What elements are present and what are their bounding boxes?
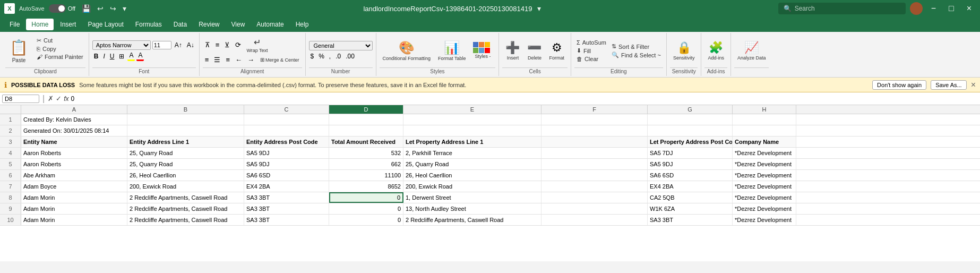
- cell-f6[interactable]: [541, 170, 648, 181]
- col-header-f[interactable]: F: [541, 105, 648, 114]
- cell-a4[interactable]: Aaron Roberts: [21, 148, 127, 158]
- decimal-increase-button[interactable]: .0: [334, 52, 342, 61]
- cell-b6[interactable]: 26, Heol Caerllion: [127, 170, 244, 181]
- cell-d8[interactable]: 0: [329, 192, 403, 203]
- decimal-decrease-button[interactable]: .00: [344, 52, 356, 61]
- cell-h3[interactable]: Company Name: [733, 136, 796, 147]
- search-input[interactable]: [795, 5, 900, 12]
- align-bottom-button[interactable]: ⊻: [222, 37, 232, 54]
- merge-center-button[interactable]: ⊞ Merge & Center: [257, 55, 302, 65]
- currency-button[interactable]: $: [309, 52, 316, 61]
- find-select-button[interactable]: 🔍 Find & Select ~: [609, 51, 663, 59]
- formula-input[interactable]: [71, 95, 978, 103]
- cell-c8[interactable]: SA3 3BT: [244, 192, 329, 203]
- col-header-a[interactable]: A: [21, 105, 127, 114]
- indent-increase-button[interactable]: →: [245, 55, 256, 65]
- autosum-button[interactable]: Σ AutoSum: [574, 39, 608, 46]
- font-size-input[interactable]: [152, 41, 171, 49]
- cell-g4[interactable]: SA5 7DJ: [648, 148, 733, 158]
- analyze-data-button[interactable]: 📈 Analyze Data: [734, 39, 769, 63]
- cell-h6[interactable]: *Dezrez Development: [733, 170, 796, 181]
- comma-button[interactable]: ,: [328, 52, 332, 61]
- cell-h1[interactable]: [733, 114, 796, 125]
- indent-decrease-button[interactable]: ←: [233, 55, 244, 65]
- notification-close-button[interactable]: ×: [971, 80, 976, 90]
- cell-c3[interactable]: Entity Address Post Code: [244, 136, 329, 147]
- cell-styles-button[interactable]: Styles -: [470, 40, 495, 62]
- cell-c10[interactable]: SA3 3BT: [244, 215, 329, 225]
- cell-f8[interactable]: [541, 192, 648, 203]
- cell-b10[interactable]: 2 Redcliffe Apartments, Caswell Road: [127, 215, 244, 225]
- cell-h4[interactable]: *Dezrez Development: [733, 148, 796, 158]
- col-header-b[interactable]: B: [127, 105, 244, 114]
- number-format-select[interactable]: General: [309, 41, 373, 50]
- cell-d2[interactable]: [329, 125, 403, 136]
- cell-b4[interactable]: 25, Quarry Road: [127, 148, 244, 158]
- cell-f9[interactable]: [541, 203, 648, 214]
- cell-d3[interactable]: Total Amount Received: [329, 136, 403, 147]
- cell-a10[interactable]: Adam Morin: [21, 215, 127, 225]
- menu-home[interactable]: Home: [26, 19, 54, 30]
- cell-a6[interactable]: Abe Arkham: [21, 170, 127, 181]
- cell-e4[interactable]: 2, Parkhill Terrace: [403, 148, 541, 158]
- cell-c9[interactable]: SA3 3BT: [244, 203, 329, 214]
- cell-f10[interactable]: [541, 215, 648, 225]
- undo-button[interactable]: ↩: [95, 3, 106, 14]
- cell-c2[interactable]: [244, 125, 329, 136]
- fill-button[interactable]: ⬇ Fill: [574, 47, 608, 55]
- bold-button[interactable]: B: [92, 52, 100, 61]
- cell-a7[interactable]: Adam Boyce: [21, 181, 127, 192]
- cell-b8[interactable]: 2 Redcliffe Apartments, Caswell Road: [127, 192, 244, 203]
- file-title-dropdown[interactable]: ▾: [535, 3, 543, 14]
- cell-h10[interactable]: *Dezrez Development: [733, 215, 796, 225]
- maximize-button[interactable]: □: [944, 0, 958, 17]
- cell-h7[interactable]: *Dezrez Development: [733, 181, 796, 192]
- conditional-formatting-button[interactable]: 🎨 Conditional Formatting: [380, 38, 434, 64]
- align-right-button[interactable]: ≡: [223, 55, 232, 65]
- cell-b3[interactable]: Entity Address Line 1: [127, 136, 244, 147]
- wrap-text-button[interactable]: ↵ Wrap Text: [244, 37, 270, 54]
- add-ins-button[interactable]: 🧩 Add-ins: [704, 39, 727, 63]
- cell-a8[interactable]: Adam Morin: [21, 192, 127, 203]
- font-name-select[interactable]: Aptos Narrow: [92, 40, 151, 50]
- cell-g8[interactable]: CA2 5QB: [648, 192, 733, 203]
- font-color-button[interactable]: A: [136, 51, 144, 61]
- align-center-button[interactable]: ☰: [212, 55, 222, 65]
- cell-e6[interactable]: 26, Heol Caerllion: [403, 170, 541, 181]
- cell-g6[interactable]: SA6 6SD: [648, 170, 733, 181]
- percent-button[interactable]: %: [317, 52, 326, 61]
- align-middle-button[interactable]: ≡: [213, 37, 222, 54]
- cell-d1[interactable]: [329, 114, 403, 125]
- col-header-g[interactable]: G: [648, 105, 733, 114]
- format-table-button[interactable]: 📊 Format Table: [435, 38, 469, 64]
- close-button[interactable]: ×: [962, 0, 976, 17]
- align-top-button[interactable]: ⊼: [203, 37, 212, 54]
- cell-e1[interactable]: [403, 114, 541, 125]
- cell-b1[interactable]: [127, 114, 244, 125]
- cell-g2[interactable]: [648, 125, 733, 136]
- menu-automate[interactable]: Automate: [251, 19, 289, 30]
- cell-e7[interactable]: 200, Exwick Road: [403, 181, 541, 192]
- menu-page-layout[interactable]: Page Layout: [82, 19, 128, 30]
- menu-help[interactable]: Help: [290, 19, 314, 30]
- minimize-button[interactable]: −: [927, 0, 940, 17]
- cell-e9[interactable]: 13, North Audley Street: [403, 203, 541, 214]
- format-painter-button[interactable]: 🖌 Format Painter: [35, 53, 85, 61]
- cell-e10[interactable]: 2 Redcliffe Apartments, Caswell Road: [403, 215, 541, 225]
- insert-button[interactable]: ➕ Insert: [502, 39, 523, 63]
- cancel-formula-button[interactable]: ✗: [48, 95, 54, 103]
- menu-formulas[interactable]: Formulas: [130, 19, 167, 30]
- save-button[interactable]: 💾: [80, 3, 93, 14]
- font-size-decrease[interactable]: A↓: [185, 41, 196, 49]
- copy-button[interactable]: ⎘ Copy: [35, 45, 85, 53]
- cell-b2[interactable]: [127, 125, 244, 136]
- cell-b5[interactable]: 25, Quarry Road: [127, 159, 244, 169]
- col-header-c[interactable]: C: [244, 105, 329, 114]
- cell-d5[interactable]: 662: [329, 159, 403, 169]
- cell-f1[interactable]: [541, 114, 648, 125]
- format-button[interactable]: ⚙ Format: [546, 39, 568, 63]
- cell-f2[interactable]: [541, 125, 648, 136]
- cell-b7[interactable]: 200, Exwick Road: [127, 181, 244, 192]
- cell-a5[interactable]: Aaron Roberts: [21, 159, 127, 169]
- col-header-d[interactable]: D: [329, 105, 403, 114]
